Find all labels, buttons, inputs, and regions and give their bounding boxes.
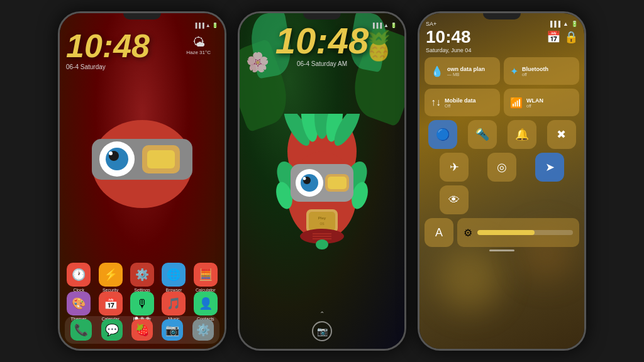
phone1-clock-area: ▐▐▐ ▲ 🔋 10:48 06-4 Saturday 🌤 Haze 31°C [66, 23, 218, 70]
text-size-btn[interactable]: A [425, 218, 453, 247]
phone2-clock-area: 10:48 06-4 Saturday AM [248, 23, 396, 67]
svg-rect-25 [328, 177, 347, 189]
phone3-wifi: ▲ [563, 21, 569, 27]
quick-buttons-row2: ✈ ◎ ➤ 👁 [425, 153, 579, 214]
phone1-signal: ▐▐▐ ▲ 🔋 [194, 23, 218, 28]
svg-point-5 [109, 151, 113, 155]
data-plan-text: own data plan — MB [447, 66, 494, 77]
control-row-2: ↑↓ Mobile data Off 📶 WLAN off [425, 89, 579, 116]
app-settings[interactable]: ⚙️ Settings [128, 263, 156, 292]
app-themes-icon: 🎨 [67, 292, 91, 315]
app-music-icon: 🎵 [162, 292, 186, 315]
dock-settings-icon: ⚙️ [192, 319, 214, 341]
volume-indicator [489, 250, 514, 251]
phone2-time: 10:48 [248, 23, 396, 59]
phone3-status-icons: ▐▐▐ ▲ 🔋 [548, 21, 578, 27]
app-calculator[interactable]: 🧮 Calculator [192, 263, 219, 292]
wlan-icon: 📶 [510, 97, 523, 109]
phone2-bottom: ⌃ 📷 [312, 310, 332, 341]
bokeh-1 [432, 242, 508, 317]
app-calendar-icon: 📅 [99, 292, 123, 315]
quick-btn-torch[interactable]: 🔦 [468, 120, 497, 149]
quick-btn-airplane[interactable]: ✈ [440, 153, 469, 182]
app-contacts-icon: 👤 [194, 292, 218, 315]
dock-messages[interactable]: 💬 [98, 319, 125, 341]
control-data-plan[interactable]: 💧 own data plan — MB [425, 57, 500, 85]
svg-text:Pley: Pley [318, 216, 326, 220]
phone1-time: 10:48 [66, 30, 150, 62]
app-security[interactable]: ⚡ Security [96, 263, 124, 292]
dock-camera-icon: 📷 [162, 319, 183, 341]
phone2-swipe-hint: ⌃ [319, 310, 325, 317]
dock-settings[interactable]: ⚙️ [190, 319, 216, 341]
app-settings-icon: ⚙️ [130, 263, 154, 287]
phone2-monster: Pley OS [272, 114, 372, 239]
svg-point-34 [316, 239, 328, 250]
control-bluetooth[interactable]: ✦ Bluetooth off [504, 57, 579, 85]
quick-btn-target[interactable]: ◎ [487, 153, 516, 182]
brightness-control[interactable]: ⚙ [457, 218, 579, 247]
data-plan-title: own data plan [447, 66, 494, 72]
app-browser[interactable]: 🌐 Browser [160, 263, 187, 292]
phone1-apps-grid: 🕐 Clock ⚡ Security ⚙️ Settings 🌐 Browser… [65, 263, 219, 292]
phone3-time: 10:48 [426, 27, 471, 47]
phone1-monster [79, 89, 205, 214]
quick-btn-flashlight[interactable]: 🔵 [428, 120, 457, 149]
wlan-sub: off [526, 104, 573, 108]
wlan-text: WLAN off [526, 97, 573, 108]
phone1-date: 06-4 Saturday [66, 63, 150, 70]
mobile-data-sub: Off [445, 104, 494, 108]
phone3-carrier: SA+ [426, 21, 436, 27]
dock-camera[interactable]: 📷 [159, 319, 186, 341]
phone3: SA+ ▐▐▐ ▲ 🔋 10:48 📅 🔒 Saturday, June 04 … [418, 11, 586, 351]
phone3-battery: 🔋 [571, 21, 578, 27]
phone1-weather: 🌤 Haze 31°C [186, 35, 211, 55]
dock-messages-icon: 💬 [101, 319, 123, 341]
dock-phone-icon: 📞 [70, 319, 92, 341]
svg-text:OS: OS [319, 222, 325, 226]
quick-buttons-row1: 🔵 🔦 🔔 ✖ [425, 120, 579, 149]
app-clock-icon: 🕐 [67, 263, 91, 287]
phone3-date-icons: 📅 🔒 [547, 30, 578, 44]
quick-btn-eye[interactable]: 👁 [440, 185, 469, 214]
quick-btn-close[interactable]: ✖ [547, 120, 576, 149]
wlan-title: WLAN [526, 97, 573, 104]
bluetooth-sub: off [522, 72, 573, 77]
mobile-data-title: Mobile data [445, 97, 494, 104]
bluetooth-icon: ✦ [510, 65, 518, 77]
brightness-icon: ⚙ [464, 227, 472, 239]
control-mobile-data[interactable]: ↑↓ Mobile data Off [425, 89, 500, 116]
phone2-camera-button[interactable]: 📷 [312, 321, 332, 341]
text-size-label: A [435, 226, 443, 239]
phone1-dock: 📞 💬 🍓 📷 ⚙️ [65, 316, 219, 344]
dock-app3[interactable]: 🍓 [129, 319, 155, 341]
app-clock[interactable]: 🕐 Clock [65, 263, 92, 292]
lock-icon: 🔒 [564, 30, 578, 44]
quick-btn-location[interactable]: ➤ [535, 153, 564, 182]
mobile-data-icon: ↑↓ [431, 97, 441, 108]
phone3-status-bar: SA+ ▐▐▐ ▲ 🔋 [426, 21, 578, 27]
app-security-icon: ⚡ [99, 263, 123, 287]
svg-point-23 [303, 177, 306, 180]
svg-rect-27 [309, 212, 335, 231]
phone3-signal: ▐▐▐ [548, 21, 560, 27]
svg-rect-7 [147, 150, 175, 168]
app-calculator-icon: 🧮 [194, 263, 218, 287]
data-plan-sub: — MB [447, 72, 494, 77]
brightness-bar [477, 230, 573, 235]
control-wlan[interactable]: 📶 WLAN off [504, 89, 579, 116]
bluetooth-text: Bluetooth off [522, 66, 573, 77]
phone2-date: 06-4 Saturday AM [248, 60, 396, 67]
dock-app3-icon: 🍓 [131, 319, 153, 341]
app-browser-icon: 🌐 [162, 263, 186, 287]
quick-btn-bell[interactable]: 🔔 [508, 120, 536, 149]
calendar-icon: 📅 [547, 30, 560, 44]
dock-phone[interactable]: 📞 [68, 319, 94, 341]
phone3-clock-area: 10:48 📅 🔒 Saturday, June 04 [426, 27, 578, 53]
phone3-date: Saturday, June 04 [426, 47, 578, 53]
data-plan-icon: 💧 [431, 65, 443, 77]
phone1-weather-text: Haze 31°C [186, 50, 211, 55]
brightness-fill [477, 230, 535, 235]
mobile-data-text: Mobile data Off [445, 97, 494, 108]
control-row-1: 💧 own data plan — MB ✦ Bluetooth off [425, 57, 579, 85]
